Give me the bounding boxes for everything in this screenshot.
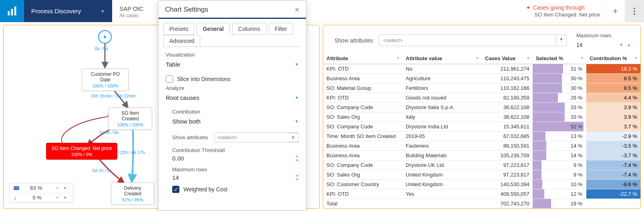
start-node[interactable] [98,30,112,44]
chevron-down-icon: ▼ [295,95,299,100]
context-subtitle: All cases [119,13,161,18]
edge-label: 16h 15min / 15h 12min [91,93,136,98]
max-rows-label: Maximum rows [576,32,632,39]
svg-point-3 [634,8,635,9]
path-plus[interactable]: + [61,195,69,201]
table-row[interactable]: KPI: OTDYes408,550,05712 %-22.7 % [323,189,640,199]
table-row[interactable]: SO: Sales OrgItaly38,622,10833 %3.9 % [323,112,640,122]
popup-title: Chart Settings [165,6,208,14]
contribution-threshold-stepper[interactable]: 0.00 ▼▲ [172,155,299,162]
table-row[interactable]: SO: Company CodeDrystone UK Ltd97,223,81… [323,160,640,170]
svg-point-4 [634,10,635,12]
filter-chip-title: Cases going through [533,4,585,11]
activity-slider: 63 % − + [10,183,73,193]
edge-label: 5d 1h / 0s [93,168,112,173]
filter-icon[interactable]: ▾ [527,55,529,61]
slice-checkbox[interactable]: Slice into Dimensions [166,75,299,83]
path-minus[interactable]: − [53,195,61,201]
contribution-threshold-label: Contribution Threshold [172,147,299,153]
root-cause-panel: Show attributes <select> ▼ Maximum rows … [323,25,641,209]
show-attributes-select[interactable]: <select> [379,34,557,46]
chevron-down-icon[interactable]: ▼ [556,34,567,46]
node-so-item-created[interactable]: SO Item Created 100% / 100% [108,108,152,130]
activity-minus[interactable]: − [53,185,61,191]
chevron-down-icon: ▼ [101,9,105,14]
filter-icon[interactable]: ▾ [476,55,479,61]
dots-vertical-icon [634,8,635,15]
svg-rect-1 [11,9,13,15]
table-row[interactable]: Business AreaBuilding Materials105,236,7… [323,151,640,160]
show-attributes-label: Show attributes [334,37,373,44]
table-row[interactable]: SO: Company CodeDrystone India Ltd15,345… [323,122,640,132]
weighted-checkbox[interactable]: ✓ Weighted by Cost [172,186,299,193]
filter-chip[interactable]: ✦ Cases going through SO Item Changed: N… [520,0,606,22]
top-bar: Process Discovery ▼ SAP OtC All cases ✦ … [0,0,644,22]
edge-label: d 22h / 4d 17h [117,150,145,155]
table-row[interactable]: SO: Material GroupFertilizers110,162,166… [323,83,640,93]
tab-filter[interactable]: Filter [269,23,293,35]
filter-icon[interactable]: ▾ [581,55,583,61]
node-customer-po-date[interactable]: Customer PO Date 100% / 100% [82,69,129,91]
table-row[interactable]: SO: Customer CountryUnited Kingdom140,53… [323,180,640,189]
activity-plus[interactable]: + [61,185,69,191]
activity-icon [14,186,19,190]
table-row[interactable]: Business AreaAgriculture110,243,47530 %8… [323,74,640,83]
table-row[interactable]: SO: Company CodeDrystone Italia S.p.A.38… [323,103,640,112]
close-icon[interactable]: ✕ [294,6,300,14]
nav-title: Process Discovery [31,8,81,14]
th-selected[interactable]: Selected %▾ [533,53,587,64]
checkbox-checked-icon: ✓ [172,186,179,193]
app-logo[interactable] [0,0,24,22]
chevron-down-icon: ▼ [288,133,299,142]
th-cases-value[interactable]: Cases Value▾ [482,53,533,64]
filter-icon[interactable]: ▾ [397,55,399,61]
maximum-rows-stepper[interactable]: 14 ▼▲ [172,174,299,181]
table-row[interactable]: Business AreaFasteners88,150,59114 %-3.5… [323,141,640,151]
svg-rect-0 [8,11,10,16]
tab-general[interactable]: General [197,23,229,35]
stepper-icon: ▼▲ [296,174,299,181]
node-so-item-changed[interactable]: SO Item Changed: Net price 100% / 0% [46,143,117,160]
svg-rect-2 [14,6,16,15]
filter-icon[interactable]: ▾ [635,55,637,61]
table-row[interactable]: SO: Sales OrgUnited Kingdom97,223,8179 %… [323,170,640,180]
analyze-label: Analyze [166,85,299,91]
process-icon: ✦ [526,4,531,11]
visualization-select[interactable]: Table▼ [166,59,299,71]
max-rows-value: 14 [576,42,583,48]
tab-presets[interactable]: Presets [163,23,194,35]
analyze-select[interactable]: Root causes▼ [166,93,299,104]
chevron-down-icon: ▼ [295,62,299,67]
th-attribute[interactable]: Attribute▾ [323,53,402,64]
tab-columns[interactable]: Columns [232,23,266,35]
path-pct: 5 % [21,195,53,201]
contribution-label: Contribution [172,109,299,115]
add-button[interactable]: + [606,0,625,22]
max-rows-stepper[interactable]: ▼ ▲ [620,43,632,47]
root-cause-table: Attribute▾ Attribute value▾ Cases Value▾… [323,53,640,209]
edge-label: 1d 3h / 0s [99,130,119,135]
play-icon [102,34,108,40]
svg-point-5 [634,13,635,15]
show-attributes-select[interactable]: <select> ▼ [214,132,299,142]
nav-dropdown[interactable]: Process Discovery ▼ [24,0,112,22]
contribution-select[interactable]: Show both▼ [172,116,299,128]
table-row-total: Total702,743,27019 % [323,199,640,209]
th-attribute-value[interactable]: Attribute value▾ [402,53,482,64]
table-row[interactable]: KPI: OTDNo211,961,27431 %18.3 % [323,64,640,74]
kebab-menu[interactable] [625,0,644,22]
maximum-rows-label: Maximum rows [172,166,299,172]
stepper-icon: ▼▲ [296,155,299,161]
arrow-down-icon: ↓ [14,195,21,201]
bar-chart-icon [6,6,18,17]
tab-advanced[interactable]: Advanced [163,35,200,47]
path-slider: ↓ 5 % − + [10,193,73,202]
th-contribution[interactable]: Contribution %▾ [586,53,640,64]
node-delivery-created[interactable]: Delivery Created 91% / 95% [111,183,154,205]
context-title: SAP OtC [119,5,161,12]
table-row[interactable]: KPI: OTDGoods not issued82,180,35926 %4.… [323,93,640,103]
graph-slider-box: 63 % − + ↓ 5 % − + [9,183,73,203]
visualization-label: Visualization [166,52,299,58]
table-row[interactable]: Time: Month SO Item Created2019-0567,032… [323,132,640,141]
chart-settings-popup: Chart Settings ✕ Presets General Columns… [158,0,306,211]
